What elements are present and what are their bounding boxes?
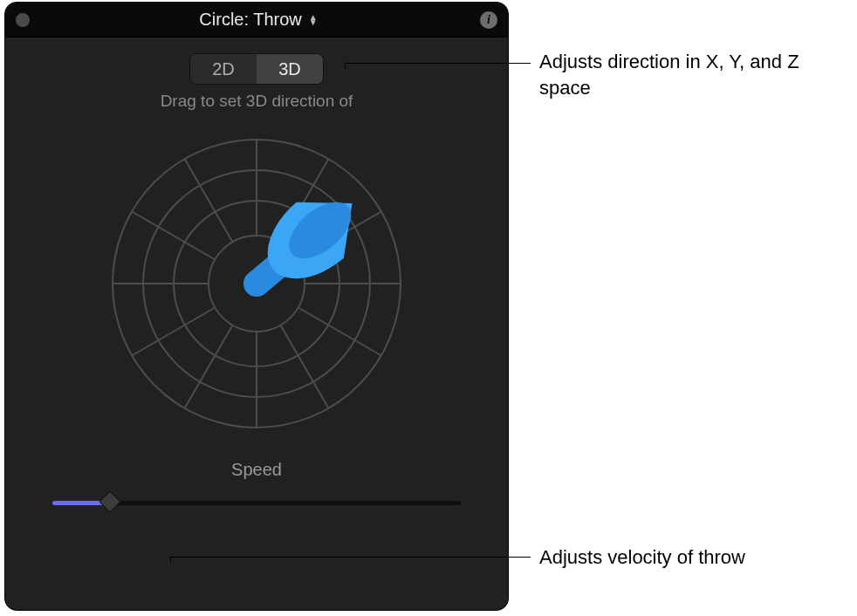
title-popup[interactable]: Circle: Throw ▲▼: [37, 10, 480, 30]
callout-speed: Adjusts velocity of throw: [539, 544, 836, 571]
speed-label: Speed: [17, 460, 496, 480]
hud-panel: Circle: Throw ▲▼ i 2D 3D Drag to set 3D …: [4, 2, 509, 611]
slider-thumb[interactable]: [99, 490, 120, 512]
svg-line-8: [185, 325, 233, 408]
dial-svg: [108, 135, 405, 432]
callout-direction: Adjusts direction in X, Y, and Z space: [539, 49, 836, 100]
svg-line-6: [281, 325, 329, 408]
panel-title: Circle: Throw: [199, 10, 301, 30]
speed-slider[interactable]: [52, 492, 461, 513]
svg-line-12: [185, 159, 233, 242]
svg-line-5: [298, 308, 381, 356]
segment-2d[interactable]: 2D: [190, 54, 257, 84]
svg-line-11: [132, 212, 215, 260]
titlebar: Circle: Throw ▲▼ i: [5, 3, 508, 38]
dimension-toggle: 2D 3D: [189, 53, 324, 85]
svg-line-9: [132, 308, 215, 356]
info-icon[interactable]: i: [480, 11, 497, 29]
segment-3d[interactable]: 3D: [257, 54, 323, 84]
panel-body: 2D 3D Drag to set 3D direction of Speed: [5, 38, 508, 530]
direction-dial[interactable]: [108, 135, 405, 432]
callout-direction-text: Adjusts direction in X, Y, and Z space: [539, 51, 799, 99]
close-window-dot[interactable]: [16, 13, 30, 27]
updown-stepper-icon: ▲▼: [309, 15, 318, 25]
direction-hint: Drag to set 3D direction of: [17, 92, 496, 111]
callout-speed-text: Adjusts velocity of throw: [539, 546, 745, 568]
